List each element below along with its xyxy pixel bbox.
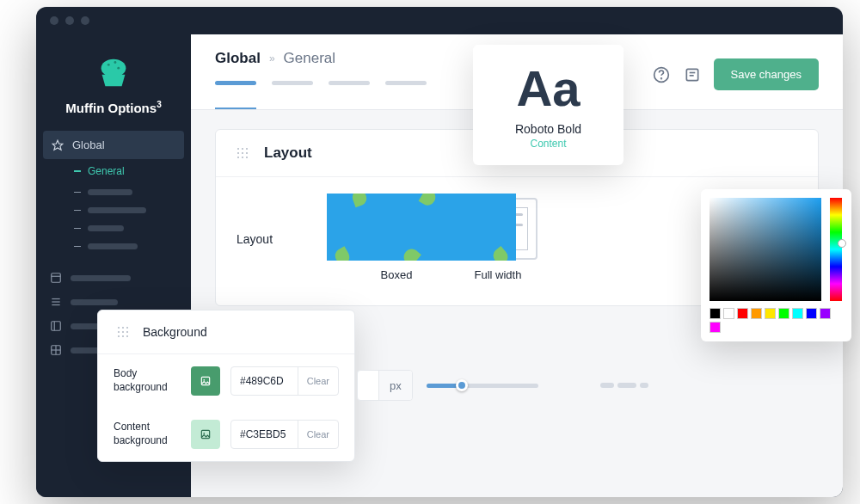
svg-point-0 xyxy=(101,59,126,77)
number-input-group[interactable]: px xyxy=(357,370,413,401)
sidebar-icon xyxy=(50,320,62,332)
help-icon[interactable] xyxy=(652,65,671,84)
brand-name: Muffin Options3 xyxy=(65,100,161,115)
color-swatch[interactable] xyxy=(191,420,220,449)
titlebar xyxy=(36,7,843,34)
font-tag: Content xyxy=(473,138,624,150)
font-preview-card: Aa Roboto Bold Content xyxy=(473,45,624,165)
sidebar-subitem-placeholder[interactable] xyxy=(60,183,191,201)
background-panel: Background Body background #489C6D Clear… xyxy=(97,310,355,462)
svg-point-1 xyxy=(108,64,110,66)
color-picker[interactable] xyxy=(701,189,851,341)
font-sample: Aa xyxy=(473,64,624,114)
hex-value: #489C6D xyxy=(231,375,298,387)
bg-row-body: Body background #489C6D Clear xyxy=(98,354,354,408)
hue-handle[interactable] xyxy=(838,239,846,248)
sidebar-item-placeholder[interactable] xyxy=(36,266,191,290)
preset-swatch[interactable] xyxy=(751,308,762,319)
svg-point-23 xyxy=(203,433,205,434)
sidebar-subitem-placeholder[interactable] xyxy=(60,219,191,237)
preset-swatch[interactable] xyxy=(737,308,748,319)
menu-icon xyxy=(50,296,62,308)
sidebar-item-global[interactable]: Global xyxy=(43,131,184,159)
breadcrumb-current: General xyxy=(284,50,335,67)
hex-input[interactable]: #C3EBD5 Clear xyxy=(230,420,339,449)
sidebar-subitem-label: General xyxy=(88,165,125,177)
picker-saturation-value[interactable] xyxy=(710,198,821,301)
card-title: Layout xyxy=(264,144,312,162)
theme-banner xyxy=(327,194,516,261)
sidebar-subitem-placeholder[interactable] xyxy=(60,237,191,255)
svg-rect-10 xyxy=(52,322,61,331)
note-icon[interactable] xyxy=(683,65,702,84)
sidebar-subitem-general[interactable]: General xyxy=(60,159,191,183)
image-icon xyxy=(200,428,212,440)
svg-point-16 xyxy=(660,77,661,78)
svg-rect-20 xyxy=(201,377,209,384)
range-slider[interactable] xyxy=(427,384,538,388)
panel-title: Background xyxy=(143,325,207,339)
preset-swatch[interactable] xyxy=(820,308,831,319)
top-actions: Save changes xyxy=(652,58,819,90)
drag-handle-icon[interactable] xyxy=(233,144,252,163)
muffin-logo-icon xyxy=(94,52,133,91)
star-icon xyxy=(52,139,64,151)
save-button[interactable]: Save changes xyxy=(714,58,819,90)
number-unit: px xyxy=(378,371,412,400)
clear-button[interactable]: Clear xyxy=(298,367,338,395)
svg-point-3 xyxy=(117,67,120,70)
window-dot xyxy=(50,16,58,25)
sidebar-subitem-placeholder[interactable] xyxy=(60,201,191,219)
picker-hue-slider[interactable] xyxy=(830,198,842,301)
tab-4[interactable] xyxy=(385,81,427,109)
layout-option-label: Boxed xyxy=(381,268,413,281)
placeholder-indicator xyxy=(600,383,648,388)
layout-option-label: Full width xyxy=(475,268,522,281)
layout-icon xyxy=(50,272,62,284)
field-label-layout: Layout xyxy=(236,198,322,246)
svg-marker-4 xyxy=(52,140,63,150)
color-swatch[interactable] xyxy=(191,366,220,396)
bg-row-label: Content background xyxy=(114,421,181,447)
tab-2[interactable] xyxy=(272,81,313,109)
tab-1[interactable] xyxy=(215,81,256,109)
preset-swatch[interactable] xyxy=(710,308,721,319)
brand-block: Muffin Options3 xyxy=(36,45,191,131)
slider-thumb[interactable] xyxy=(456,379,468,391)
controls-row: px xyxy=(357,370,648,401)
bg-row-label: Body background xyxy=(114,367,181,394)
preset-swatch[interactable] xyxy=(778,308,789,319)
breadcrumb-sep: » xyxy=(269,52,275,65)
hex-value: #C3EBD5 xyxy=(231,428,298,440)
svg-point-21 xyxy=(203,379,205,381)
svg-rect-22 xyxy=(201,430,209,438)
bg-row-content: Content background #C3EBD5 Clear xyxy=(98,408,354,461)
window-dot xyxy=(81,16,89,25)
clear-button[interactable]: Clear xyxy=(298,421,338,448)
preset-swatch[interactable] xyxy=(792,308,803,319)
preset-swatch[interactable] xyxy=(765,308,776,319)
breadcrumb-root: Global xyxy=(215,50,261,67)
picker-preset-swatches xyxy=(710,308,843,333)
svg-point-2 xyxy=(114,61,116,64)
preset-swatch[interactable] xyxy=(723,308,734,319)
tab-3[interactable] xyxy=(329,81,370,109)
window-dot xyxy=(65,16,74,25)
grid-icon xyxy=(50,344,62,356)
drag-handle-icon[interactable] xyxy=(114,323,132,341)
preset-swatch[interactable] xyxy=(710,322,721,333)
sidebar-item-label: Global xyxy=(72,138,105,151)
image-icon xyxy=(200,375,212,387)
preset-swatch[interactable] xyxy=(806,308,817,319)
font-name: Roboto Bold xyxy=(473,122,624,136)
number-value[interactable] xyxy=(358,371,378,400)
svg-rect-5 xyxy=(52,274,61,283)
hex-input[interactable]: #489C6D Clear xyxy=(230,366,339,396)
